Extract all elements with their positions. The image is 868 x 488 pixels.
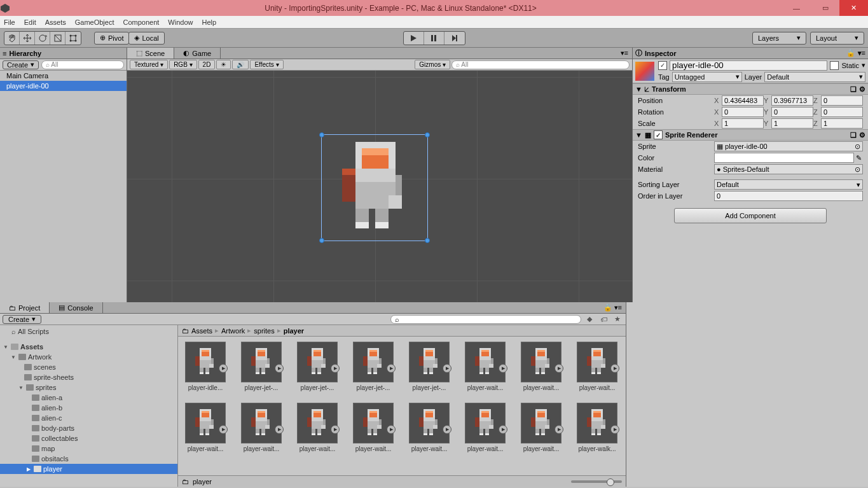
layer-dropdown[interactable]: Default▾ <box>764 72 865 82</box>
asset-item[interactable]: ▶player-jet-... <box>407 342 451 391</box>
menu-help[interactable]: Help <box>202 18 216 26</box>
minimize-button[interactable]: — <box>782 0 811 16</box>
favorite-icon[interactable]: ★ <box>612 315 623 323</box>
step-button[interactable] <box>444 32 465 45</box>
expand-icon[interactable]: ▶ <box>443 364 451 373</box>
expand-icon[interactable]: ▶ <box>331 364 340 373</box>
thumbnail-size-slider[interactable] <box>571 480 622 483</box>
rect-tool[interactable] <box>65 32 81 45</box>
tree-item[interactable]: obsitacls <box>0 454 177 464</box>
asset-item[interactable]: ▶player-wait... <box>295 403 340 452</box>
local-toggle[interactable]: ◈Local <box>128 32 164 45</box>
inspector-header[interactable]: ⓘInspector🔒▾≡ <box>633 48 868 59</box>
layers-dropdown[interactable]: Layers▾ <box>752 32 806 45</box>
pos-z-field[interactable] <box>821 95 863 106</box>
tree-item[interactable]: body-parts <box>0 423 177 433</box>
gameobject-name-field[interactable] <box>670 60 827 71</box>
rot-x-field[interactable] <box>722 107 764 117</box>
expand-icon[interactable]: ▶ <box>275 425 284 434</box>
lighting-toggle[interactable]: ☀ <box>216 60 231 69</box>
asset-item[interactable]: ▶player-wait... <box>407 403 451 452</box>
spriterenderer-header[interactable]: ▼ ▦ Sprite Renderer❏ ⚙ <box>633 129 868 141</box>
add-component-button[interactable]: Add Component <box>674 208 827 223</box>
asset-item[interactable]: ▶player-wait... <box>351 403 396 452</box>
scale-tool[interactable] <box>50 32 65 45</box>
scene-canvas[interactable] <box>127 71 632 302</box>
asset-item[interactable]: ▶player-jet-... <box>295 342 340 391</box>
tree-item[interactable]: scenes <box>0 362 177 372</box>
tab-game[interactable]: ◐Game <box>174 48 221 59</box>
move-tool[interactable] <box>20 32 35 45</box>
asset-item[interactable]: ▶player-walk... <box>575 403 619 452</box>
tree-item[interactable]: sprite-sheets <box>0 372 177 382</box>
rotate-tool[interactable] <box>35 32 50 45</box>
menu-component[interactable]: Component <box>123 18 159 26</box>
pos-y-field[interactable] <box>771 95 813 106</box>
menu-window[interactable]: Window <box>168 18 193 26</box>
tree-item[interactable]: ▼Artwork <box>0 352 177 362</box>
active-checkbox[interactable] <box>658 61 667 70</box>
project-search[interactable]: ⌕ <box>390 315 581 324</box>
folder-tree[interactable]: ⌕All Scripts ▼Assets ▼Artwork scenes spr… <box>0 325 178 487</box>
tree-item[interactable]: collectables <box>0 433 177 443</box>
tab-scene[interactable]: ⬚Scene <box>127 48 174 59</box>
close-button[interactable]: ✕ <box>839 0 868 16</box>
tree-item[interactable]: alien-b <box>0 403 177 413</box>
rgb-dropdown[interactable]: RGB ▾ <box>169 60 196 69</box>
rot-y-field[interactable] <box>771 107 813 117</box>
filter-label-icon[interactable]: 🏷 <box>598 316 609 323</box>
layout-dropdown[interactable]: Layout▾ <box>810 32 864 45</box>
breadcrumb-item[interactable]: Assets <box>191 327 212 335</box>
object-picker-icon[interactable]: ⊙ <box>855 143 860 151</box>
scale-x-field[interactable] <box>722 118 764 129</box>
pivot-toggle[interactable]: ⊕Pivot <box>94 32 129 45</box>
breadcrumb-item[interactable]: sprites <box>254 327 274 335</box>
tree-item-selected[interactable]: ▶player <box>0 464 177 474</box>
menu-gameobject[interactable]: GameObject <box>75 18 114 26</box>
expand-icon[interactable]: ▶ <box>555 425 563 434</box>
lock-icon[interactable]: 🔒 <box>846 49 855 57</box>
asset-item[interactable]: ▶player-wait... <box>183 403 228 452</box>
tag-dropdown[interactable]: Untagged▾ <box>672 72 742 82</box>
eyedropper-icon[interactable]: ✎ <box>854 154 863 162</box>
panel-menu-icon[interactable]: ▾≡ <box>858 49 865 57</box>
expand-icon[interactable]: ▶ <box>499 425 507 434</box>
breadcrumb-item[interactable]: player <box>284 327 304 335</box>
scale-z-field[interactable] <box>821 118 863 129</box>
play-button[interactable] <box>404 32 424 45</box>
tab-project[interactable]: 🗀Project <box>0 302 50 313</box>
tab-console[interactable]: ▤Console <box>50 302 102 313</box>
asset-item[interactable]: ▶player-jet-... <box>351 342 396 391</box>
expand-icon[interactable]: ▶ <box>610 364 619 373</box>
audio-toggle[interactable]: 🔊 <box>232 60 249 69</box>
hierarchy-list[interactable]: Main Camera player-idle-00 <box>0 71 127 302</box>
chevron-down-icon[interactable]: ▾ <box>862 61 865 69</box>
tree-item[interactable]: alien-c <box>0 413 177 423</box>
effects-dropdown[interactable]: Effects ▾ <box>250 60 283 69</box>
asset-item[interactable]: ▶player-wait... <box>463 342 507 391</box>
expand-icon[interactable]: ▶ <box>275 364 284 373</box>
pause-button[interactable] <box>424 32 444 45</box>
filter-type-icon[interactable]: ◆ <box>584 315 595 323</box>
asset-item[interactable]: ▶player-wait... <box>519 403 563 452</box>
hierarchy-item[interactable]: player-idle-00 <box>0 81 127 91</box>
asset-item[interactable]: ▶player-wait... <box>575 342 619 391</box>
scene-search[interactable]: ⌕ All <box>451 60 630 69</box>
panel-menu-icon[interactable]: ▾≡ <box>617 48 632 59</box>
hierarchy-search[interactable]: ⌕ All <box>41 60 124 69</box>
expand-icon[interactable]: ▶ <box>219 425 228 434</box>
hand-tool[interactable] <box>4 32 20 45</box>
pos-x-field[interactable] <box>722 95 764 106</box>
hierarchy-item[interactable]: Main Camera <box>0 71 127 81</box>
create-dropdown[interactable]: Create ▾ <box>3 60 39 69</box>
component-enable-checkbox[interactable] <box>654 130 663 139</box>
tree-item-assets[interactable]: ▼Assets <box>0 342 177 352</box>
expand-icon[interactable]: ▶ <box>443 425 451 434</box>
expand-icon[interactable]: ▶ <box>331 425 340 434</box>
asset-item[interactable]: ▶player-wait... <box>239 403 284 452</box>
gear-icon[interactable]: ⚙ <box>859 85 865 94</box>
static-checkbox[interactable] <box>830 61 839 70</box>
asset-item[interactable]: ▶player-wait... <box>463 403 507 452</box>
hierarchy-header[interactable]: ≡Hierarchy <box>0 48 127 59</box>
help-icon[interactable]: ❏ <box>850 85 857 94</box>
